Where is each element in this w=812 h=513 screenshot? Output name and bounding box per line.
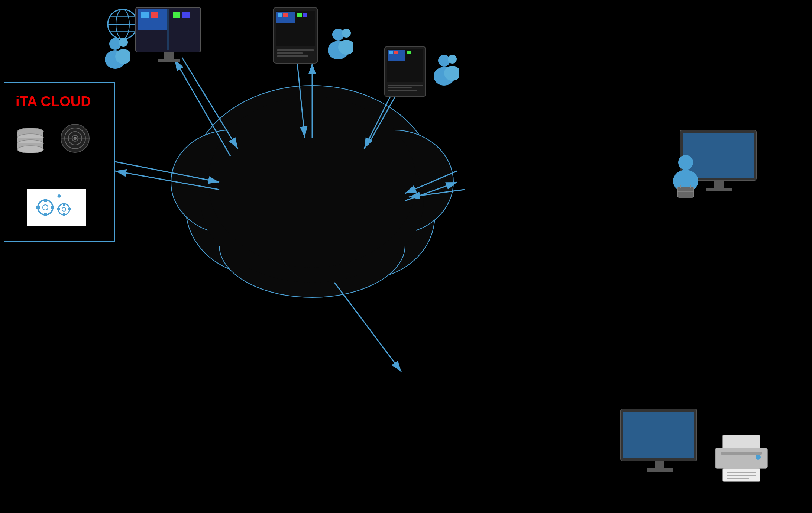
svg-point-109 (678, 155, 693, 170)
svg-point-7 (334, 130, 453, 234)
svg-rect-79 (283, 13, 288, 17)
svg-rect-9 (230, 178, 394, 268)
svg-rect-48 (63, 213, 65, 216)
svg-rect-107 (714, 180, 724, 188)
gears-icon (34, 193, 79, 222)
svg-rect-40 (44, 213, 47, 216)
svg-line-19 (405, 171, 457, 193)
svg-point-87 (342, 29, 351, 38)
ita-cloud-box: iTA CLOUD (4, 82, 115, 242)
svg-rect-120 (721, 452, 762, 455)
svg-line-14 (115, 171, 219, 190)
svg-rect-39 (44, 199, 47, 202)
person-briefcase-icon (667, 154, 704, 199)
svg-rect-80 (297, 13, 302, 17)
svg-rect-82 (277, 49, 314, 51)
svg-rect-121 (723, 468, 760, 481)
svg-line-12 (175, 59, 230, 156)
svg-line-11 (182, 58, 238, 149)
svg-rect-69 (182, 12, 190, 18)
printer-icon (712, 433, 771, 485)
svg-rect-71 (158, 59, 180, 62)
svg-rect-42 (51, 206, 54, 209)
radar-icon (60, 123, 90, 153)
svg-point-29 (17, 146, 43, 153)
svg-rect-84 (277, 55, 308, 57)
svg-point-3 (186, 141, 334, 275)
terminal-topright (383, 45, 427, 99)
person-topleft-icon (100, 37, 130, 71)
svg-rect-83 (277, 52, 303, 54)
svg-rect-49 (57, 208, 60, 210)
svg-rect-111 (677, 187, 694, 197)
svg-rect-41 (36, 206, 40, 209)
svg-point-6 (171, 130, 290, 234)
svg-rect-98 (388, 85, 423, 86)
svg-rect-94 (405, 61, 423, 72)
svg-rect-50 (68, 208, 71, 210)
svg-line-22 (334, 283, 401, 372)
svg-line-13 (115, 162, 219, 182)
svg-rect-118 (723, 435, 760, 450)
gears-box (27, 189, 86, 226)
svg-point-10 (208, 97, 416, 268)
svg-rect-116 (655, 461, 664, 469)
svg-point-5 (219, 193, 405, 297)
svg-line-20 (405, 182, 457, 201)
ita-cloud-title: iTA CLOUD (16, 94, 91, 110)
svg-point-4 (294, 152, 435, 279)
svg-point-58 (119, 38, 128, 47)
svg-line-15 (297, 63, 305, 138)
svg-rect-76 (276, 24, 295, 35)
person-topright-icon (429, 54, 459, 87)
terminal-topcenter (271, 6, 320, 65)
svg-rect-117 (647, 468, 673, 472)
svg-rect-108 (706, 188, 732, 191)
svg-rect-81 (303, 13, 307, 17)
person-topcenter-icon (323, 28, 353, 61)
database-icon (16, 127, 45, 153)
svg-rect-93 (388, 61, 405, 72)
svg-rect-66 (141, 12, 149, 18)
svg-rect-43 (57, 194, 61, 198)
svg-rect-99 (388, 87, 412, 88)
svg-rect-115 (623, 412, 694, 458)
svg-point-122 (756, 455, 761, 460)
svg-rect-70 (164, 52, 174, 59)
svg-rect-68 (173, 12, 180, 18)
svg-rect-96 (394, 51, 398, 54)
svg-rect-67 (151, 12, 158, 18)
svg-rect-77 (296, 24, 314, 35)
svg-point-46 (62, 207, 66, 211)
svg-rect-78 (278, 13, 282, 17)
svg-rect-100 (388, 90, 417, 91)
monitor-topleft (132, 6, 206, 69)
monitor-bottomright (619, 407, 701, 480)
svg-rect-97 (407, 51, 411, 54)
svg-rect-64 (138, 30, 167, 50)
svg-point-103 (448, 55, 457, 64)
svg-point-8 (201, 119, 424, 283)
svg-rect-47 (63, 203, 65, 206)
svg-point-2 (190, 86, 435, 279)
svg-rect-95 (389, 51, 393, 54)
svg-line-21 (409, 190, 465, 197)
svg-point-38 (43, 205, 48, 210)
svg-rect-65 (169, 30, 199, 50)
